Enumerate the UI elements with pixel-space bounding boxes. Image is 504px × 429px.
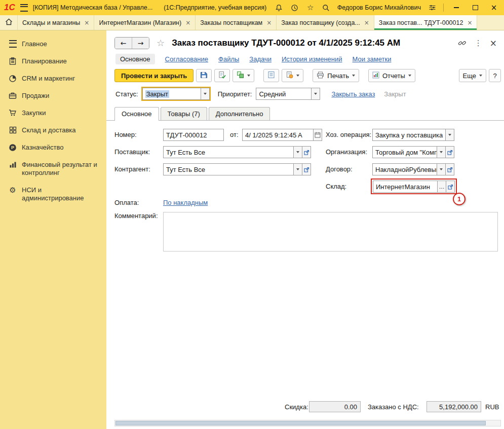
notifications-bell-icon[interactable] [275,3,284,12]
maximize-button[interactable] [469,3,481,13]
sidebar-item-treasury[interactable]: P Казначейство [0,139,106,156]
form-tabstrip: Основное Товары (7) Дополнительно [106,106,504,121]
tab-close-icon[interactable]: × [266,20,272,26]
dropdown-button[interactable] [294,163,302,175]
close-order-link[interactable]: Закрыть заказ [331,90,375,98]
discount-field[interactable]: 0.00 [309,401,361,412]
help-button[interactable]: ? [489,69,501,82]
form-tab-main[interactable]: Основное [114,107,159,121]
print-button[interactable]: Печать [313,69,359,82]
minimize-button[interactable] [450,3,462,13]
sidebar-item-sales[interactable]: Продажи [0,87,106,104]
org-field[interactable]: Торговый дом "Компле [372,146,454,158]
post-and-close-button[interactable]: Провести и закрыть [114,69,193,82]
open-icon[interactable] [446,163,454,175]
document-journal-button[interactable] [263,69,279,82]
warehouse-field[interactable]: ИнтернетМагазин ... [373,181,455,193]
comment-field[interactable] [163,212,498,252]
supplier-field[interactable]: Тут Есть Все [163,146,311,158]
dropdown-button[interactable] [201,88,210,100]
back-button[interactable]: ← [115,38,132,49]
scrollbar-thumb[interactable] [115,421,486,425]
post-document-button[interactable] [214,69,230,82]
tab-warehouses[interactable]: Склады и магазины × [18,15,94,30]
annotation-badge: 1 [453,193,466,205]
navlink-notes[interactable]: Мои заметки [353,55,392,63]
priority-dropdown[interactable]: Средний [256,88,320,100]
tab-home[interactable] [0,15,18,30]
save-button[interactable] [196,69,212,82]
more-button[interactable]: Еще [459,69,486,82]
dropdown-button[interactable] [446,129,454,141]
status-value: Закрыт [145,90,169,98]
form-row-comment: Комментарий: [106,211,504,255]
open-icon[interactable] [302,146,311,158]
tab-label: Заказы поставщикам [200,19,262,26]
dropdown-button[interactable] [294,146,302,158]
priority-label: Приоритет: [218,90,252,98]
contract-field[interactable]: НакладнойРублевый [372,163,454,175]
tab-internet-shop[interactable]: ИнтернетМагазин (Магазин) × [94,15,196,30]
operation-dropdown[interactable]: Закупка у поставщика [372,129,454,141]
calendar-icon[interactable] [314,129,322,141]
tab-supplier-order-tdut[interactable]: Заказ постав... ТДУТ-000012 × [374,15,478,30]
tab-close-icon[interactable]: × [185,20,190,26]
search-icon[interactable] [322,3,331,12]
sidebar-item-finance[interactable]: Финансовый результат и контроллинг [0,156,106,182]
main-menu-icon[interactable] [20,4,28,12]
edition-label: (1С:Предприятие, учебная версия) [164,4,266,11]
tab-supplier-order-new[interactable]: Заказ поставщику (созда... × [277,15,374,30]
warehouse-label: Склад: [326,183,346,190]
navlink-main[interactable]: Основное [115,54,155,64]
reports-label: Отчеты [382,72,405,80]
sidebar-item-crm[interactable]: CRM и маркетинг [0,70,106,87]
navlink-tasks[interactable]: Задачи [249,55,272,63]
payment-link[interactable]: По накладным [163,199,208,206]
navlink-approval[interactable]: Согласование [165,55,208,63]
dropdown-button[interactable] [312,88,320,100]
sidebar-item-main[interactable]: Главное [0,35,106,53]
navlink-files[interactable]: Файлы [218,55,239,63]
chevron-down-icon [408,75,411,77]
horizontal-scrollbar[interactable] [114,420,501,426]
number-field[interactable]: ТДУТ-000012 [163,129,224,141]
contractor-field[interactable]: Тут Есть Все [163,163,311,175]
currency-label: RUB [485,403,499,411]
form-tab-additional[interactable]: Дополнительно [209,107,270,120]
open-icon[interactable] [302,163,311,175]
tab-close-icon[interactable]: × [84,20,89,26]
sidebar-item-planning[interactable]: Планирование [0,53,106,70]
document-form: ← → ☆ Заказ поставщику ТДУТ-000012 от 4/… [106,30,504,429]
window-close-button[interactable]: × [488,3,500,13]
status-dropdown[interactable]: Закрыт [142,88,210,100]
create-based-on-button[interactable] [232,69,254,82]
history-icon[interactable] [290,3,299,12]
sidebar-item-warehouse[interactable]: Склад и доставка [0,122,106,139]
tab-close-icon[interactable]: × [364,20,369,26]
forward-button[interactable]: → [132,38,149,49]
user-name[interactable]: Федоров Борис Михайлович [337,4,421,11]
tab-supplier-orders[interactable]: Заказы поставщикам × [196,15,277,30]
open-icon[interactable] [446,181,455,193]
navlink-history[interactable]: История изменений [282,55,342,63]
sidebar-item-admin[interactable]: ⚙ НСИ и администрирование [0,182,106,207]
tab-close-icon[interactable]: × [467,20,472,26]
get-link-icon[interactable] [458,39,467,48]
favorite-star-icon[interactable]: ☆ [157,39,165,48]
total-field[interactable]: 5,192,000.00 [427,401,481,412]
open-icon[interactable] [446,146,454,158]
attached-files-button[interactable] [282,69,303,82]
settings-sliders-icon[interactable] [428,3,437,12]
shopping-cart-icon [8,109,17,117]
close-document-icon[interactable]: × [490,39,497,48]
more-options-icon[interactable]: ⋮ [475,40,482,47]
dropdown-button[interactable] [437,146,446,158]
favorites-star-icon[interactable]: ☆ [306,3,315,12]
sidebar-item-label: CRM и маркетинг [22,75,75,83]
sidebar-item-purchases[interactable]: Закупки [0,104,106,122]
reports-button[interactable]: Отчеты [368,69,415,82]
dropdown-button[interactable] [437,163,446,175]
form-tab-goods[interactable]: Товары (7) [161,107,207,120]
select-ellipsis-button[interactable]: ... [438,181,446,193]
date-field[interactable]: 4/ 1/2025 9:12:45 A [242,129,322,141]
